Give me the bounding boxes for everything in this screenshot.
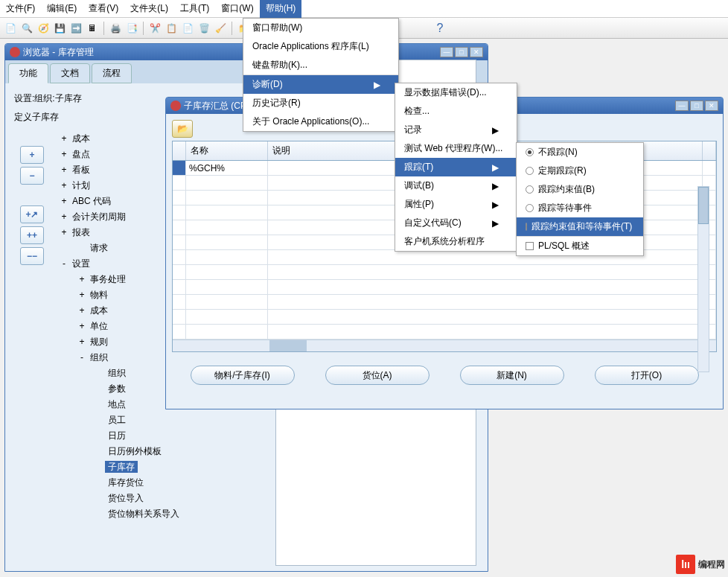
menu-item[interactable]: 历史记录(R) xyxy=(243,94,398,112)
row-marker[interactable] xyxy=(173,161,186,175)
menu-item[interactable]: 诊断(D)▶ xyxy=(243,75,398,94)
cell-name[interactable] xyxy=(186,295,268,309)
save-icon[interactable]: 💾 xyxy=(52,21,67,36)
cell-desc[interactable] xyxy=(268,295,703,309)
tree-label[interactable]: 日历 xyxy=(105,430,129,441)
collapse-all-button[interactable]: −− xyxy=(20,247,44,265)
expand-all-button[interactable]: +↗ xyxy=(20,205,44,223)
cell-desc[interactable] xyxy=(268,280,703,294)
expand-branch-button[interactable]: ++ xyxy=(20,226,44,244)
tree-expand-icon[interactable]: + xyxy=(77,305,87,316)
new-button[interactable]: 新建(N) xyxy=(460,366,564,385)
tree-label[interactable]: 货位导入 xyxy=(105,492,147,504)
tree-label[interactable]: 员工 xyxy=(105,414,129,426)
tree-expand-icon[interactable]: + xyxy=(77,290,87,300)
tree-label[interactable]: 规则 xyxy=(87,336,111,348)
menu-item[interactable]: 窗口帮助(W) xyxy=(243,19,398,37)
cut-icon[interactable]: ✂️ xyxy=(147,21,162,36)
menu-item[interactable]: 跟踪等待事件 xyxy=(517,199,643,217)
row-marker[interactable] xyxy=(173,205,186,220)
cell-name[interactable] xyxy=(186,235,268,249)
menu-file[interactable]: 文件(F) xyxy=(0,0,41,18)
tree-expand-icon[interactable]: + xyxy=(59,227,69,238)
locator-button[interactable]: 货位(A) xyxy=(325,366,430,385)
tree-expand-icon[interactable]: - xyxy=(59,258,69,269)
tree-label[interactable]: 成本 xyxy=(87,305,111,316)
paste-icon[interactable]: 📄 xyxy=(180,21,195,36)
tree-label[interactable]: 会计关闭周期 xyxy=(69,211,129,223)
collapse-button[interactable]: − xyxy=(20,167,44,185)
tree-label[interactable]: 日历例外模板 xyxy=(105,445,165,457)
tree-label[interactable]: 事务处理 xyxy=(87,273,129,285)
tree-label[interactable]: 子库存 xyxy=(105,461,138,473)
minimize-button[interactable]: — xyxy=(440,47,453,57)
menu-item[interactable]: 记录▶ xyxy=(395,121,517,139)
expand-button[interactable]: + xyxy=(20,146,44,164)
tree-label[interactable]: 参数 xyxy=(105,383,129,395)
tree-label[interactable]: 库存货位 xyxy=(105,476,147,488)
tree-expand-icon[interactable]: + xyxy=(59,196,69,206)
col-name-header[interactable]: 名称 xyxy=(186,141,268,160)
grid-hscroll[interactable] xyxy=(173,339,716,351)
vscroll-thumb[interactable] xyxy=(698,187,709,224)
menu-item[interactable]: PL/SQL 概述 xyxy=(517,237,643,255)
tree-label[interactable]: 货位物料关系导入 xyxy=(105,508,182,520)
menu-item[interactable]: 检查... xyxy=(395,102,517,121)
menu-item[interactable]: 属性(P)▶ xyxy=(395,195,517,214)
open-button[interactable]: 打开(O) xyxy=(595,366,699,385)
tab-document[interactable]: 文档 xyxy=(50,63,90,83)
minimize-button[interactable]: — xyxy=(675,101,689,111)
tree-label[interactable]: 设置 xyxy=(69,258,93,270)
menu-view[interactable]: 查看(V) xyxy=(83,0,124,18)
tree-expand-icon[interactable]: - xyxy=(77,352,87,363)
menu-help[interactable]: 帮助(H) xyxy=(260,0,302,18)
tree-expand-icon[interactable]: + xyxy=(59,133,69,144)
row-marker[interactable] xyxy=(173,220,186,235)
menu-item[interactable]: 跟踪(T)▶ xyxy=(395,158,517,176)
cell-name[interactable] xyxy=(186,325,268,339)
row-marker[interactable] xyxy=(173,176,186,190)
row-marker[interactable] xyxy=(173,235,186,249)
menu-item[interactable]: 显示数据库错误(D)... xyxy=(395,83,517,102)
tree-label[interactable]: 物料 xyxy=(87,289,111,301)
menu-item[interactable]: 关于 Oracle Applications(O)... xyxy=(243,112,398,131)
cell-desc[interactable] xyxy=(268,325,703,339)
menu-window[interactable]: 窗口(W) xyxy=(215,0,259,18)
tree-expand-icon[interactable]: + xyxy=(59,149,69,159)
menu-item[interactable]: 客户机系统分析程序 xyxy=(395,232,517,251)
row-marker[interactable] xyxy=(173,250,186,264)
tree-expand-icon[interactable]: + xyxy=(77,274,87,284)
tree-label[interactable]: 看板 xyxy=(69,164,93,176)
search-icon[interactable]: 🔍 xyxy=(19,21,34,36)
maximize-button[interactable]: □ xyxy=(690,101,703,111)
menu-item[interactable]: 不跟踪(N) xyxy=(517,143,643,162)
menu-folder[interactable]: 文件夹(L) xyxy=(124,0,174,18)
tree-label[interactable]: 地点 xyxy=(105,398,129,410)
tree-label[interactable]: 组织 xyxy=(87,351,111,363)
cell-name[interactable]: %GCH% xyxy=(186,161,268,175)
tree-label[interactable]: ABC 代码 xyxy=(69,195,114,207)
print-icon[interactable]: 🖨️ xyxy=(108,21,123,36)
menu-edit[interactable]: 编辑(E) xyxy=(41,0,83,18)
tree-label[interactable]: 组织 xyxy=(105,367,129,379)
cell-name[interactable] xyxy=(186,191,268,205)
menu-item[interactable]: 自定义代码(C)▶ xyxy=(395,214,517,232)
table-row[interactable] xyxy=(173,280,716,295)
table-row[interactable] xyxy=(173,295,716,310)
grid-vscroll[interactable] xyxy=(697,186,709,372)
cell-name[interactable] xyxy=(186,250,268,264)
material-button[interactable]: 物料/子库存(I) xyxy=(191,366,295,385)
tab-process[interactable]: 流程 xyxy=(92,63,132,83)
next-icon[interactable]: ➡️ xyxy=(68,21,83,36)
tree-label[interactable]: 成本 xyxy=(69,133,93,144)
hscroll-thumb[interactable] xyxy=(269,340,307,351)
help-icon[interactable]: ? xyxy=(432,21,447,36)
menu-item[interactable]: 调试(B)▶ xyxy=(395,176,517,195)
folder-button[interactable]: 📂 xyxy=(172,120,193,138)
cell-desc[interactable] xyxy=(268,310,703,324)
menu-item[interactable]: 跟踪约束值(B) xyxy=(517,180,643,199)
tree-label[interactable]: 请求 xyxy=(87,242,111,254)
menu-item[interactable]: 测试 Web 代理程序(W)... xyxy=(395,139,517,158)
row-marker[interactable] xyxy=(173,280,186,294)
tree-expand-icon[interactable]: + xyxy=(59,165,69,175)
